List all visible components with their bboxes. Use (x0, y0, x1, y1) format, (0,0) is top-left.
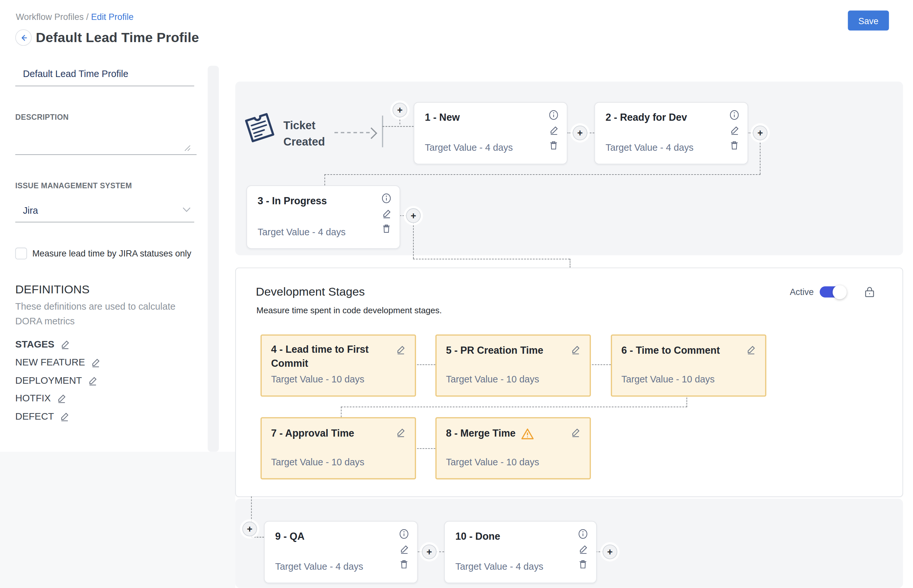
edit-stages-icon[interactable] (60, 339, 70, 349)
start-node-label: Ticket Created (284, 118, 331, 150)
edit-dev-stage-icon[interactable] (746, 345, 756, 354)
breadcrumb-edit-profile-link[interactable]: Edit Profile (91, 12, 134, 22)
connector (251, 537, 264, 538)
delete-stage-icon[interactable] (400, 559, 409, 569)
dev-stage-target-value: Target Value - 10 days (621, 374, 714, 385)
ims-select[interactable]: Jira (15, 199, 194, 223)
connector (400, 116, 401, 124)
info-icon[interactable] (729, 110, 739, 120)
dev-stage-card-6-time-to-comment[interactable]: 6 - Time to Comment Target Value - 10 da… (611, 334, 766, 397)
description-textarea[interactable] (15, 124, 197, 155)
sidebar-stages-row: STAGES (15, 339, 70, 350)
edit-defect-icon[interactable] (60, 412, 69, 421)
connector (687, 395, 687, 407)
definitions-description: These definitions are used to calculate … (15, 299, 191, 329)
chevron-down-icon (183, 204, 194, 222)
delete-stage-icon[interactable] (730, 140, 739, 150)
edit-stage-icon[interactable] (399, 544, 409, 554)
add-stage-button[interactable]: + (422, 544, 436, 559)
textarea-resize-icon[interactable] (184, 143, 191, 154)
sidebar-item-defect: DEFECT (15, 411, 69, 422)
edit-stage-icon[interactable] (578, 544, 588, 554)
connector (383, 126, 414, 127)
dev-panel-subtitle: Measure time spent in code development s… (257, 306, 442, 315)
dev-stage-target-value: Target Value - 10 days (446, 374, 540, 385)
edit-hotfix-icon[interactable] (57, 394, 66, 403)
jira-statuses-checkbox-row: Measure lead time by JIRA statuses only (15, 248, 209, 259)
dev-stage-target-value: Target Value - 10 days (271, 374, 365, 385)
lock-icon[interactable] (865, 286, 875, 300)
delete-stage-icon[interactable] (579, 559, 587, 569)
add-stage-button[interactable]: + (242, 522, 257, 536)
dev-stage-card-7-approval-time[interactable]: 7 - Approval Time Target Value - 10 days (260, 417, 416, 480)
sidebar-item-new-feature: NEW FEATURE (15, 357, 100, 368)
connector (414, 365, 436, 365)
connector (413, 223, 414, 259)
sidebar-scrollbar[interactable] (208, 66, 219, 452)
edit-dev-stage-icon[interactable] (571, 428, 580, 437)
dev-stage-title: 6 - Time to Comment (621, 344, 720, 358)
edit-new-feature-icon[interactable] (91, 358, 100, 367)
connector (760, 140, 761, 174)
stage-card-10-done[interactable]: 10 - Done Target Value - 4 days (444, 521, 597, 583)
info-icon[interactable] (399, 528, 409, 539)
add-stage-button[interactable]: + (603, 544, 617, 559)
stage-title: 3 - In Progress (257, 195, 326, 207)
add-stage-button[interactable]: + (753, 126, 768, 140)
back-button[interactable] (15, 29, 32, 46)
delete-stage-icon[interactable] (382, 223, 391, 234)
info-icon[interactable] (578, 528, 588, 539)
stage-card-2-ready-for-dev[interactable]: 2 - Ready for Dev Target Value - 4 days (595, 102, 748, 165)
dev-stage-title: 4 - Lead time to First Commit (271, 342, 386, 371)
active-toggle[interactable] (820, 286, 845, 297)
edit-deployment-icon[interactable] (88, 376, 97, 385)
connector (413, 259, 570, 259)
jira-statuses-checkbox-label: Measure lead time by JIRA statuses only (32, 248, 191, 259)
connector (436, 551, 444, 552)
add-stage-button[interactable]: + (406, 208, 421, 223)
dev-stage-card-8-merge-time[interactable]: 8 - Merge Time Target Value - 10 days (435, 417, 591, 480)
connector (567, 132, 573, 133)
sidebar-item-label: HOTFIX (15, 393, 51, 404)
dev-stage-card-4-lead-time-to-first-commit[interactable]: 4 - Lead time to First Commit Target Val… (260, 334, 416, 397)
sidebar-item-label: NEW FEATURE (15, 357, 85, 368)
add-stage-button[interactable]: + (393, 103, 407, 118)
edit-dev-stage-icon[interactable] (396, 428, 406, 437)
connector (341, 407, 342, 417)
save-button[interactable]: Save (848, 10, 889, 30)
profile-name-input[interactable] (15, 63, 194, 86)
dev-stage-title: 7 - Approval Time (271, 426, 354, 441)
dev-stage-title-row: 8 - Merge Time (446, 426, 534, 441)
stage-target-value: Target Value - 4 days (425, 142, 513, 153)
edit-dev-stage-icon[interactable] (571, 345, 580, 354)
stage-target-value: Target Value - 4 days (606, 142, 694, 153)
stage-card-3-in-progress[interactable]: 3 - In Progress Target Value - 4 days (246, 185, 400, 249)
info-icon[interactable] (381, 193, 391, 204)
stages-label: STAGES (15, 339, 55, 350)
workflow-profile-editor: Workflow Profiles / Edit Profile Default… (0, 0, 913, 588)
jira-statuses-checkbox[interactable] (15, 248, 27, 259)
dev-stage-target-value: Target Value - 10 days (446, 457, 540, 468)
connector (324, 174, 760, 175)
dev-stage-card-5-pr-creation-time[interactable]: 5 - PR Creation Time Target Value - 10 d… (435, 334, 591, 397)
dev-stage-target-value: Target Value - 10 days (271, 457, 365, 468)
stage-title: 2 - Ready for Dev (606, 112, 687, 124)
page-title: Default Lead Time Profile (36, 30, 199, 46)
stage-card-1-new[interactable]: 1 - New Target Value - 4 days (414, 102, 567, 165)
edit-stage-icon[interactable] (730, 126, 739, 135)
ims-label: ISSUE MANAGEMENT SYSTEM (15, 181, 132, 190)
connector (341, 407, 687, 407)
sidebar-item-deployment: DEPLOYMENT (15, 375, 97, 386)
add-stage-button[interactable]: + (573, 126, 587, 140)
connector (414, 448, 436, 449)
edit-dev-stage-icon[interactable] (396, 345, 406, 354)
sidebar-item-label: DEFECT (15, 411, 54, 422)
warning-icon (521, 428, 534, 440)
stage-card-9-qa[interactable]: 9 - QA Target Value - 4 days (264, 521, 418, 583)
connector (589, 365, 611, 365)
delete-stage-icon[interactable] (549, 140, 558, 150)
info-icon[interactable] (548, 110, 559, 120)
breadcrumb: Workflow Profiles / Edit Profile (16, 12, 134, 22)
edit-stage-icon[interactable] (382, 209, 391, 218)
edit-stage-icon[interactable] (549, 126, 558, 135)
